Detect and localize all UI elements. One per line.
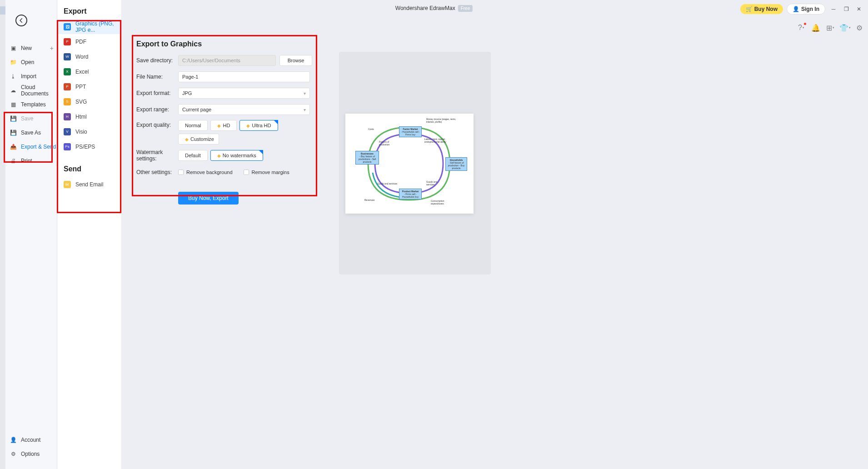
export-item-visio[interactable]: V Visio [57,124,121,139]
opt-label: No watermarks [223,153,256,158]
chk-label: Remove margins [252,170,289,175]
buy-now-label: Buy Now [754,6,778,12]
sidebar-item-print[interactable]: 🖨 Print [0,154,57,168]
sidebar-item-options[interactable]: ⚙ Options [0,447,57,461]
settings-icon[interactable]: ⚙ [855,24,863,32]
sidebar-label: Open [21,59,34,65]
export-heading: Export [57,0,121,19]
export-item-graphics[interactable]: 🖼 Graphics (PNG, JPG e... [57,19,121,34]
label-labour: Labour, land, capital, entrepreneurial a… [424,138,447,143]
export-form-panel: Export to Graphics Save directory: C:/Us… [136,40,314,205]
html-icon: H [64,113,71,120]
title-right: 🛒 Buy Now 👤 Sign In ─ ❐ ✕ [740,4,863,15]
close-button[interactable]: ✕ [854,5,863,14]
shirt-icon[interactable]: 👕▾ [841,24,849,32]
export-item-word[interactable]: W Word [57,49,121,64]
export-label: Html [75,114,87,120]
sidebar-item-save[interactable]: 💾 Save [0,111,57,125]
label-costs: Costs [368,128,374,131]
add-icon[interactable]: + [50,45,54,52]
sidebar-item-open[interactable]: 📁 Open [0,55,57,69]
plus-square-icon: ▣ [10,45,16,51]
export-label: Visio [75,129,87,135]
save-dir-value: C:/Users/User/Documents [182,58,240,63]
bell-icon[interactable]: 🔔 [812,24,820,32]
box-factor-market: Factor Market- Households sell - Firms b… [399,126,422,137]
back-button[interactable] [15,15,27,26]
save-dir-input[interactable]: C:/Users/User/Documents [178,55,276,66]
export-label: Excel [75,69,89,75]
watermark-none[interactable]: ◆No watermarks [210,150,263,161]
export-label: SVG [75,99,87,105]
label-goods-services: Goods and services [377,183,397,185]
export-icon: 📤 [10,144,16,150]
row-save-directory: Save directory: C:/Users/User/Documents … [136,55,314,66]
preview-area: Factor Market- Households sell - Firms b… [339,52,491,274]
browse-button[interactable]: Browse [279,55,312,66]
quality-normal[interactable]: Normal [178,120,208,131]
quality-ultra-hd[interactable]: ◆Ultra HD [239,120,278,131]
sidebar-label: Save [21,115,33,122]
export-item-ppt[interactable]: P PPT [57,79,121,94]
left-sidebar: ▣ New + 📁 Open ⭳ Import ☁ Cloud Document… [0,0,57,469]
sidebar-item-import[interactable]: ⭳ Import [0,69,57,83]
apps-icon[interactable]: ⊞▾ [826,24,834,32]
help-icon[interactable]: ?▾ [797,24,805,32]
sidebar-item-cloud[interactable]: ☁ Cloud Documents [0,83,57,97]
send-label: Send Email [75,181,103,188]
user-icon: 👤 [793,6,799,12]
quality-hd[interactable]: ◆HD [210,120,237,131]
folder-icon: 📁 [10,59,16,65]
gear-icon: ⚙ [10,451,16,457]
account-icon: 👤 [10,437,16,443]
maximize-button[interactable]: ❐ [842,5,851,14]
sidebar-item-export-send[interactable]: 📤 Export & Send [0,140,57,154]
label-revenue: Revenues [364,199,375,202]
chevron-down-icon: ▾ [304,91,306,96]
quality-customize[interactable]: ◆Customize [178,134,219,145]
sidebar-label: Import [21,73,36,80]
send-item-email[interactable]: ✉ Send Email [57,177,121,192]
filename-input[interactable] [178,71,310,82]
export-item-svg[interactable]: S SVG [57,94,121,109]
box-product-market: Product Market- Firms sell - Households … [399,189,422,200]
watermark-label: Watermark settings: [136,149,178,162]
row-format: Export format: JPG ▾ [136,87,314,99]
export-item-pseps[interactable]: Ps PS/EPS [57,139,121,154]
format-value: JPG [182,90,192,96]
browse-label: Browse [288,58,304,63]
diamond-icon: ◆ [185,137,189,142]
sidebar-item-new[interactable]: ▣ New + [0,41,57,55]
free-badge: Free [458,5,473,12]
chevron-down-icon: ▾ [304,107,306,112]
print-icon: 🖨 [10,158,16,164]
export-item-html[interactable]: H Html [57,109,121,124]
minimize-button[interactable]: ─ [829,5,838,14]
word-icon: W [64,53,71,60]
sidebar-item-templates[interactable]: ▦ Templates [0,97,57,111]
range-select[interactable]: Current page ▾ [178,104,310,115]
sidebar-bottom: 👤 Account ⚙ Options [0,433,57,461]
import-icon: ⭳ [10,73,16,80]
buy-now-button[interactable]: 🛒 Buy Now [740,4,783,14]
format-select[interactable]: JPG ▾ [178,88,310,99]
box-households: Households- Sell factors of production -… [445,157,467,171]
label-consumption: Consumption expenditures [431,200,454,205]
sidebar-item-save-as[interactable]: 💾 Save As [0,125,57,140]
range-label: Export range: [136,106,178,113]
watermark-default[interactable]: Default [178,150,208,161]
notification-dot [804,23,806,25]
title-bar: Wondershare EdrawMax Free 🛒 Buy Now 👤 Si… [0,0,868,16]
checkbox-remove-bg[interactable]: Remove background [178,170,233,175]
sidebar-label: Templates [21,101,46,108]
sidebar-label: Save As [21,130,41,136]
sign-in-button[interactable]: 👤 Sign In [787,4,825,15]
export-item-pdf[interactable]: P PDF [57,34,121,49]
row-quality: Export quality: Normal ◆HD ◆Ultra HD ◆Cu… [136,120,314,145]
range-value: Current page [182,107,211,112]
checkbox-remove-margins[interactable]: Remove margins [244,170,289,175]
export-list: 🖼 Graphics (PNG, JPG e... P PDF W Word X… [57,19,121,154]
export-submit-button[interactable]: Buy Now, Export [178,192,239,205]
sidebar-item-account[interactable]: 👤 Account [0,433,57,447]
export-item-excel[interactable]: X Excel [57,64,121,79]
